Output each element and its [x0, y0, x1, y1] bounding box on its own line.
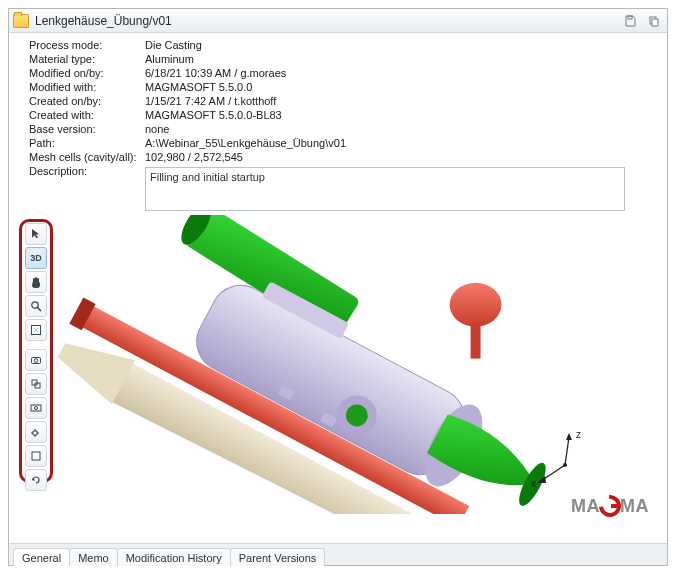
- svg-rect-10: [31, 405, 41, 411]
- viewer-area[interactable]: 3D: [9, 215, 667, 543]
- tab-general[interactable]: General: [13, 548, 70, 566]
- perspective-view-icon[interactable]: [25, 397, 47, 419]
- process-mode-value: Die Casting: [145, 39, 659, 51]
- created-onby-label: Created on/by:: [29, 95, 139, 107]
- model-render: [9, 215, 667, 514]
- tabstrip: General Memo Modification History Parent…: [9, 543, 667, 565]
- process-mode-label: Process mode:: [29, 39, 139, 51]
- parallel-view-icon[interactable]: [25, 373, 47, 395]
- copy-icon[interactable]: [645, 13, 663, 29]
- save-icon[interactable]: [621, 13, 639, 29]
- window-title: Lenkgehäuse_Übung/v01: [35, 14, 615, 28]
- viewer-toolbar: 3D: [25, 223, 53, 491]
- created-with-label: Created with:: [29, 109, 139, 121]
- reset-icon[interactable]: [25, 469, 47, 491]
- wireframe-icon[interactable]: [25, 445, 47, 467]
- material-type-value: Aluminum: [145, 53, 659, 65]
- svg-line-4: [38, 308, 42, 312]
- base-version-label: Base version:: [29, 123, 139, 135]
- project-info-window: Lenkgehäuse_Übung/v01 Process mode: Die …: [8, 8, 668, 566]
- description-label: Description:: [29, 165, 139, 213]
- camera-view-icon[interactable]: [25, 349, 47, 371]
- base-version-value: none: [145, 123, 659, 135]
- properties-grid: Process mode: Die Casting Material type:…: [9, 33, 667, 215]
- tab-memo[interactable]: Memo: [69, 548, 118, 566]
- tab-modification-history[interactable]: Modification History: [117, 548, 231, 566]
- mesh-cells-label: Mesh cells (cavity/all):: [29, 151, 139, 163]
- modified-with-value: MAGMASOFT 5.5.0.0: [145, 81, 659, 93]
- section-icon[interactable]: [25, 421, 47, 443]
- folder-icon: [13, 14, 29, 28]
- svg-point-7: [34, 359, 38, 363]
- modified-with-label: Modified with:: [29, 81, 139, 93]
- modified-onby-value: 6/18/21 10:39 AM / g.moraes: [145, 67, 659, 79]
- svg-point-3: [32, 302, 38, 308]
- material-type-label: Material type:: [29, 53, 139, 65]
- svg-point-17: [450, 283, 502, 327]
- created-onby-value: 1/15/21 7:42 AM / t.kotthoff: [145, 95, 659, 107]
- rotate-3d-icon[interactable]: 3D: [25, 247, 47, 269]
- path-value: A:\Webinar_55\Lenkgehäuse_Übung\v01: [145, 137, 659, 149]
- svg-rect-2: [652, 19, 658, 26]
- pointer-icon[interactable]: [25, 223, 47, 245]
- svg-rect-18: [471, 323, 481, 359]
- created-with-value: MAGMASOFT 5.5.0.0-BL83: [145, 109, 659, 121]
- path-label: Path:: [29, 137, 139, 149]
- titlebar: Lenkgehäuse_Übung/v01: [9, 9, 667, 33]
- fit-view-icon[interactable]: [25, 319, 47, 341]
- modified-onby-label: Modified on/by:: [29, 67, 139, 79]
- pan-hand-icon[interactable]: [25, 271, 47, 293]
- tab-parent-versions[interactable]: Parent Versions: [230, 548, 326, 566]
- mesh-cells-value: 102,980 / 2,572,545: [145, 151, 659, 163]
- description-input[interactable]: [145, 167, 625, 211]
- zoom-icon[interactable]: [25, 295, 47, 317]
- svg-point-11: [35, 407, 38, 410]
- svg-rect-0: [628, 16, 632, 19]
- svg-rect-12: [32, 452, 40, 460]
- content-area: Process mode: Die Casting Material type:…: [9, 33, 667, 565]
